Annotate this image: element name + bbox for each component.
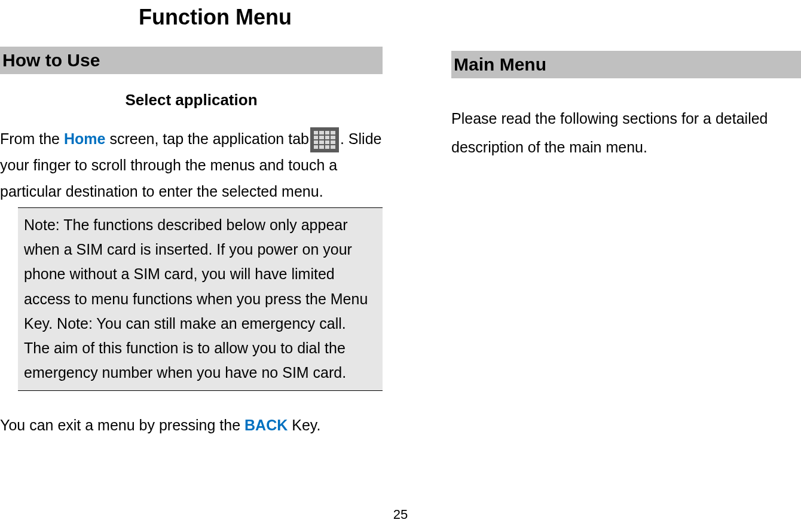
page-container: Function Menu How to Use Select applicat…: [0, 0, 801, 532]
note-box: Note: The functions described below only…: [18, 207, 383, 391]
paragraph-instructions: From the Home screen, tap the applicatio…: [0, 126, 383, 205]
application-tab-icon: [310, 127, 339, 152]
highlight-home: Home: [64, 130, 105, 147]
text-fragment: screen, tap the application tab: [105, 130, 309, 147]
right-column: Main Menu Please read the following sect…: [400, 0, 801, 532]
sub-heading-select-application: Select application: [0, 91, 383, 109]
highlight-back: BACK: [244, 417, 288, 433]
paragraph-exit-menu: You can exit a menu by pressing the BACK…: [0, 412, 383, 439]
section-heading-how-to-use: How to Use: [0, 47, 383, 74]
text-fragment: Key.: [288, 417, 320, 433]
left-column: Function Menu How to Use Select applicat…: [0, 0, 400, 532]
text-fragment: From the: [0, 130, 64, 147]
paragraph-main-menu-intro: Please read the following sections for a…: [451, 105, 801, 161]
chapter-title: Function Menu: [0, 5, 383, 30]
text-fragment: You can exit a menu by pressing the: [0, 417, 244, 433]
page-number: 25: [393, 507, 408, 522]
section-heading-main-menu: Main Menu: [451, 51, 801, 78]
